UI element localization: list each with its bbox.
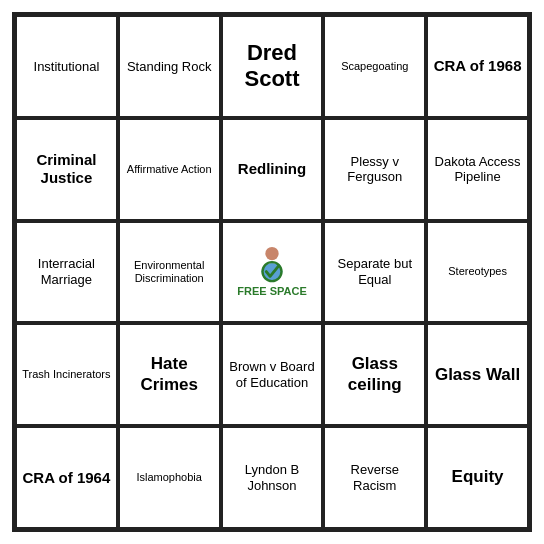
cell-r3c4: Glass Wall xyxy=(426,323,529,426)
cell-r4c2: Lyndon B Johnson xyxy=(221,426,324,529)
cell-r1c4: Dakota Access Pipeline xyxy=(426,118,529,221)
cell-r0c1: Standing Rock xyxy=(118,15,221,118)
cell-r2c2: FREE SPACE xyxy=(221,221,324,324)
cell-r1c3: Plessy v Ferguson xyxy=(323,118,426,221)
cell-r2c4: Stereotypes xyxy=(426,221,529,324)
cell-r0c4: CRA of 1968 xyxy=(426,15,529,118)
free-space-icon xyxy=(253,245,291,283)
cell-r3c1: Hate Crimes xyxy=(118,323,221,426)
svg-point-0 xyxy=(265,247,278,260)
cell-r1c0: Criminal Justice xyxy=(15,118,118,221)
cell-r3c2: Brown v Board of Education xyxy=(221,323,324,426)
cell-r4c4: Equity xyxy=(426,426,529,529)
cell-r4c1: Islamophobia xyxy=(118,426,221,529)
cell-r0c3: Scapegoating xyxy=(323,15,426,118)
cell-r0c0: Institutional xyxy=(15,15,118,118)
cell-r4c0: CRA of 1964 xyxy=(15,426,118,529)
cell-r1c1: Affirmative Action xyxy=(118,118,221,221)
cell-r0c2: Dred Scott xyxy=(221,15,324,118)
cell-r3c3: Glass ceiling xyxy=(323,323,426,426)
cell-r2c3: Separate but Equal xyxy=(323,221,426,324)
cell-r2c1: Environmental Discrimination xyxy=(118,221,221,324)
bingo-board: InstitutionalStanding RockDred ScottScap… xyxy=(12,12,532,532)
cell-r2c0: Interracial Marriage xyxy=(15,221,118,324)
cell-r4c3: Reverse Racism xyxy=(323,426,426,529)
cell-r1c2: Redlining xyxy=(221,118,324,221)
free-space-label: FREE SPACE xyxy=(237,285,306,298)
cell-r3c0: Trash Incinerators xyxy=(15,323,118,426)
